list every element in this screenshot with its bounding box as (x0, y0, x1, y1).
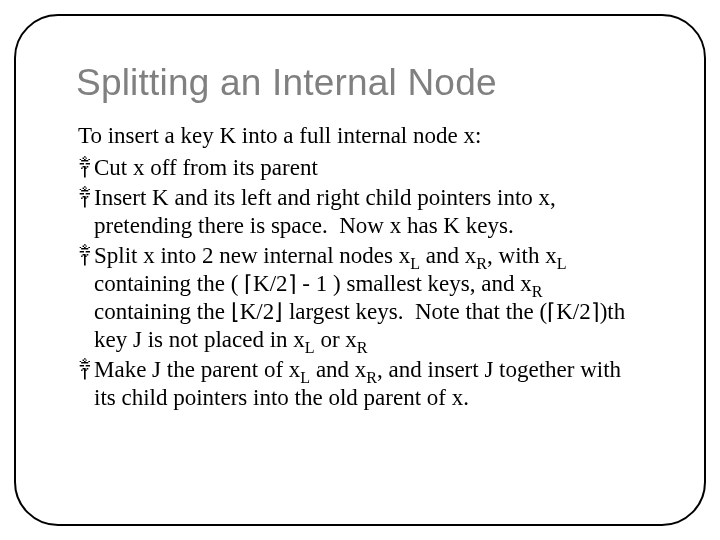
bullet-icon: ༒ (78, 154, 90, 182)
bullet-icon: ༒ (78, 184, 90, 212)
list-item: ༒ Split x into 2 new internal nodes xL a… (78, 242, 642, 354)
item-text-3: Split x into 2 new internal nodes xL and… (94, 242, 642, 354)
floor-right-icon: ⌋ (274, 299, 283, 324)
list-item: ༒ Cut x off from its parent (78, 154, 642, 182)
t3p3: , with x (487, 243, 557, 268)
t3p9: or x (315, 327, 357, 352)
item-text-4: Make J the parent of xL and xR, and inse… (94, 356, 642, 412)
t3p1: Split x into 2 new internal nodes x (94, 243, 410, 268)
bullet-icon: ༒ (78, 356, 90, 384)
floor-left-icon: ⌊ (231, 299, 240, 324)
slide-content: To insert a key K into a full internal n… (78, 122, 642, 412)
item-text-2: Insert K and its left and right child po… (94, 184, 642, 240)
sub-L: L (410, 255, 420, 272)
t3k2b: K/2 (240, 299, 275, 324)
sub-L: L (300, 369, 310, 386)
t3k2c: K/2 (556, 299, 591, 324)
ceil-right-icon: ⌉ (288, 271, 297, 296)
lead-sentence: To insert a key K into a full internal n… (78, 122, 642, 150)
t3p2: and x (420, 243, 476, 268)
sub-R: R (476, 255, 487, 272)
t3p7: largest keys. Note that the ( (283, 299, 547, 324)
slide-title: Splitting an Internal Node (76, 62, 684, 104)
list-item: ༒ Make J the parent of xL and xR, and in… (78, 356, 642, 412)
list-item: ༒ Insert K and its left and right child … (78, 184, 642, 240)
sub-R: R (532, 283, 543, 300)
sub-R: R (357, 339, 368, 356)
ceil-left-icon: ⌈ (547, 299, 556, 324)
ceil-right-icon: ⌉ (591, 299, 600, 324)
t4p1: Make J the parent of x (94, 357, 300, 382)
sub-R: R (366, 369, 377, 386)
t3p4: containing the ( (94, 271, 244, 296)
slide: Splitting an Internal Node To insert a k… (0, 0, 720, 540)
sub-L: L (557, 255, 567, 272)
t3p6: containing the (94, 299, 231, 324)
ceil-left-icon: ⌈ (244, 271, 253, 296)
bullet-icon: ༒ (78, 242, 90, 270)
item-text-1: Cut x off from its parent (94, 154, 642, 182)
t4p2: and x (310, 357, 366, 382)
t3k2a: K/2 (253, 271, 288, 296)
t3p5: - 1 ) smallest keys, and x (297, 271, 532, 296)
sub-L: L (305, 339, 315, 356)
